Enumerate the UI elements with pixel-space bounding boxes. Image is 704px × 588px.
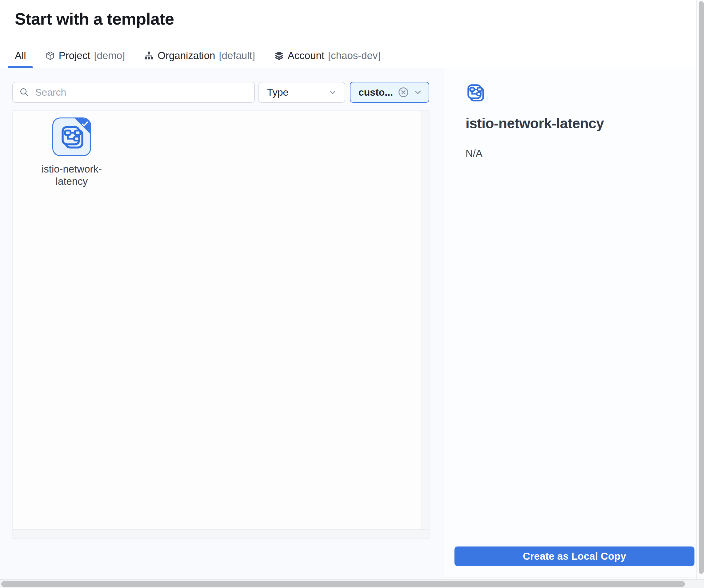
template-browser-panel: Type custo... — [0, 68, 444, 579]
org-chart-icon — [144, 51, 154, 61]
tab-organization-label: Organization — [158, 50, 215, 62]
chevron-down-icon — [413, 87, 423, 97]
vertical-scrollbar[interactable] — [696, 0, 704, 579]
horizontal-scrollbar-thumb[interactable] — [1, 581, 685, 587]
dialog-header: Start with a template All Project [demo] — [0, 0, 703, 68]
horizontal-scrollbar[interactable] — [0, 579, 704, 588]
scope-tabs: All Project [demo] — [15, 44, 380, 68]
chevron-down-icon — [328, 87, 338, 97]
layers-icon — [274, 51, 284, 61]
tab-project[interactable]: Project [demo] — [45, 44, 125, 68]
tab-organization-scope: [default] — [219, 50, 255, 62]
tab-all[interactable]: All — [15, 44, 26, 68]
tab-organization[interactable]: Organization [default] — [144, 44, 255, 68]
template-card-label: istio-network-latency — [38, 163, 106, 188]
tab-project-scope: [demo] — [94, 50, 125, 62]
search-input[interactable] — [35, 86, 248, 99]
template-workflow-icon — [466, 83, 485, 102]
custom-filter-value: custo... — [358, 87, 393, 98]
template-grid: istio-network-latency — [12, 110, 429, 539]
tab-project-label: Project — [59, 50, 91, 62]
page-title: Start with a template — [15, 9, 174, 28]
selected-check-icon — [81, 120, 89, 128]
create-local-copy-button[interactable]: Create as Local Copy — [455, 546, 695, 566]
template-details-panel: istio-network-latency N/A Create as Loca… — [444, 68, 704, 578]
vertical-scrollbar-thumb[interactable] — [699, 1, 704, 574]
tab-account[interactable]: Account [chaos-dev] — [274, 44, 380, 68]
template-card[interactable]: istio-network-latency — [38, 118, 106, 188]
search-input-box[interactable] — [12, 82, 255, 103]
tab-all-label: All — [15, 50, 26, 62]
grid-footer — [13, 529, 429, 538]
cube-icon — [45, 51, 55, 61]
start-with-template-dialog: Start with a template All Project [demo] — [0, 0, 704, 588]
type-filter-dropdown[interactable]: Type — [258, 82, 345, 103]
tab-account-label: Account — [288, 50, 324, 62]
custom-filter-dropdown[interactable]: custo... — [350, 82, 429, 103]
type-filter-label: Type — [267, 87, 288, 98]
search-icon — [19, 87, 30, 97]
template-tile — [52, 118, 91, 156]
clear-filter-icon[interactable] — [397, 86, 410, 99]
template-description: N/A — [466, 148, 482, 159]
grid-scrollbar-track[interactable] — [421, 111, 429, 529]
template-title: istio-network-latency — [466, 115, 604, 132]
active-tab-underline — [8, 66, 33, 68]
tab-account-scope: [chaos-dev] — [328, 50, 380, 62]
